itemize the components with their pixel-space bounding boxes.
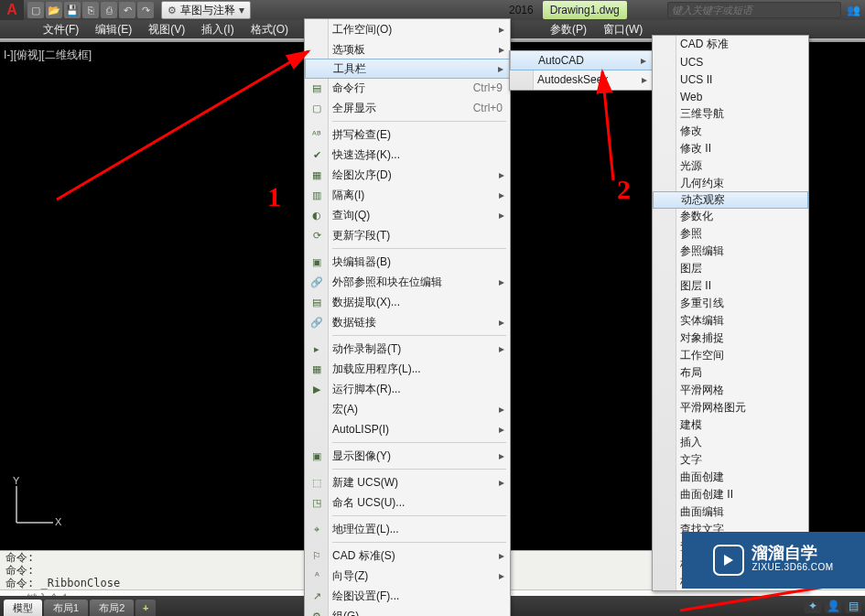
menu-item[interactable]: ▸动作录制器(T)▸ — [305, 339, 510, 359]
print-icon[interactable]: ⎙ — [101, 2, 117, 18]
ucs-axes-icon: X Y — [9, 477, 64, 532]
toolbar-list-item[interactable]: 插入 — [653, 434, 808, 451]
menu-item[interactable]: ▣块编辑器(B) — [305, 252, 510, 272]
toolbar-list-item[interactable]: 几何约束 — [653, 175, 808, 192]
menu-item[interactable]: 宏(A)▸ — [305, 399, 510, 419]
menu-item[interactable]: AutoLISP(I)▸ — [305, 419, 510, 439]
toolbar-list-item[interactable]: 曲面创建 — [653, 469, 808, 486]
menu-item[interactable]: ▶运行脚本(R)... — [305, 379, 510, 399]
menu-item[interactable]: ▦绘图次序(D)▸ — [305, 165, 510, 185]
menu-item[interactable]: AutodeskSeek▸ — [510, 70, 653, 90]
tab-layout2[interactable]: 布局2 — [90, 600, 134, 616]
toolbar-list-item[interactable]: 动态观察 — [653, 191, 808, 209]
toolbar-list-item[interactable]: UCS II — [653, 70, 808, 88]
status-person-icon[interactable]: 👤 — [825, 599, 841, 613]
view-label[interactable]: I-][俯视][二维线框] — [4, 48, 92, 63]
toolbar-list-item[interactable]: 曲面创建 II — [653, 486, 808, 503]
menu-item[interactable]: ᴬ向导(Z)▸ — [305, 566, 510, 586]
menu-item-label: 运行脚本(R)... — [332, 382, 503, 397]
menu-item-icon: ⌖ — [309, 522, 324, 536]
menu-item[interactable]: 工作空间(O)▸ — [305, 19, 510, 39]
workspace-dropdown[interactable]: ⚙ 草图与注释 ▾ — [161, 1, 251, 19]
menu-item[interactable]: ⚐CAD 标准(S)▸ — [305, 546, 510, 566]
toolbar-list-item[interactable]: 光源 — [653, 157, 808, 175]
menu-item-label: 绘图设置(F)... — [332, 589, 503, 604]
toolbar-list-item[interactable]: 平滑网格图元 — [653, 399, 808, 416]
app-logo-icon[interactable]: A — [0, 0, 24, 20]
menu-item[interactable]: ⚙组(G) — [305, 606, 510, 616]
menu-item[interactable]: ◳命名 UCS(U)... — [305, 492, 510, 513]
toolbar-list-item[interactable]: 修改 — [653, 123, 808, 140]
search-input[interactable] — [667, 2, 841, 18]
menu-item-icon: ᴬ — [309, 568, 324, 583]
menu-item[interactable]: 选项板▸ — [305, 39, 510, 59]
menu-view[interactable]: 视图(V) — [140, 20, 193, 38]
menu-params[interactable]: 参数(P) — [542, 20, 595, 38]
menu-item[interactable]: ◐查询(Q)▸ — [305, 205, 510, 225]
menu-item-label: CAD 标准(S) — [332, 548, 503, 564]
menu-item[interactable]: ↗绘图设置(F)... — [305, 586, 510, 606]
menu-item-icon: ▤ — [309, 81, 324, 95]
menu-item-label: AutoCAD — [538, 54, 644, 67]
menu-item[interactable]: ▣显示图像(Y)▸ — [305, 446, 510, 466]
tab-layout1[interactable]: 布局1 — [44, 600, 88, 616]
toolbar-list-item[interactable]: 修改 II — [653, 140, 808, 157]
toolbar-list-item[interactable]: CAD 标准 — [653, 36, 808, 53]
infocenter-icon[interactable]: 👥 — [843, 0, 863, 20]
menu-item[interactable]: 工具栏▸ — [305, 59, 510, 79]
toolbar-list-item[interactable]: 实体编辑 — [653, 312, 808, 330]
menu-window[interactable]: 窗口(W) — [595, 20, 651, 38]
toolbar-list-item[interactable]: 对象捕捉 — [653, 330, 808, 347]
toolbar-list-item[interactable]: Web — [653, 88, 808, 105]
menu-item[interactable]: ▢全屏显示Ctrl+0 — [305, 98, 510, 118]
toolbar-list-item[interactable]: 参照编辑 — [653, 243, 808, 260]
toolbar-list-item[interactable]: 图层 II — [653, 277, 808, 295]
menu-item[interactable]: ⬚新建 UCS(W)▸ — [305, 472, 510, 492]
toolbar-list-item[interactable]: 平滑网格 — [653, 382, 808, 399]
menu-file[interactable]: 文件(F) — [35, 20, 87, 38]
menu-item-label: 地理位置(L)... — [332, 522, 503, 537]
redo-icon[interactable]: ↷ — [137, 2, 154, 18]
toolbar-list-item[interactable]: 布局 — [653, 364, 808, 382]
search-field[interactable] — [667, 0, 841, 20]
menu-item[interactable]: 🔗数据链接▸ — [305, 312, 510, 332]
toolbar-list-item[interactable]: 图层 — [653, 260, 808, 277]
tab-add[interactable]: + — [135, 600, 156, 616]
toolbar-list-item[interactable]: 文字 — [653, 451, 808, 469]
undo-icon[interactable]: ↶ — [119, 2, 135, 18]
menu-item[interactable]: ▦加载应用程序(L)... — [305, 359, 510, 379]
menu-item[interactable]: ▥隔离(I)▸ — [305, 185, 510, 205]
toolbar-list-item[interactable]: 多重引线 — [653, 295, 808, 312]
toolbar-list-item[interactable]: UCS — [653, 53, 808, 70]
toolbar-list-item[interactable]: 曲面编辑 — [653, 503, 808, 521]
menu-item-label: 块编辑器(B) — [332, 254, 503, 270]
menu-edit[interactable]: 编辑(E) — [87, 20, 140, 38]
menu-format[interactable]: 格式(O) — [243, 20, 297, 38]
save-icon[interactable]: 💾 — [64, 2, 81, 18]
status-annotation-icon[interactable]: ▤ — [845, 599, 861, 613]
menu-item[interactable]: ⟳更新字段(T) — [305, 225, 510, 245]
menu-item[interactable]: ⌖地理位置(L)... — [305, 519, 510, 539]
status-icon[interactable]: ✦ — [805, 599, 821, 613]
saveas-icon[interactable]: ⎘ — [82, 2, 99, 18]
menu-item[interactable]: ✔快速选择(K)... — [305, 145, 510, 165]
menu-item[interactable]: ▤命令行Ctrl+9 — [305, 78, 510, 98]
menu-insert[interactable]: 插入(I) — [193, 20, 242, 38]
menu-item[interactable]: 🔗外部参照和块在位编辑▸ — [305, 272, 510, 292]
menu-item-icon: ⚐ — [309, 548, 324, 563]
toolbar-list-item[interactable]: 参数化 — [653, 208, 808, 225]
toolbar-list-item[interactable]: 工作空间 — [653, 347, 808, 364]
menu-item[interactable]: AutoCAD▸ — [510, 50, 653, 70]
menu-item-icon: ▥ — [309, 188, 324, 202]
menu-item-icon: ◳ — [309, 495, 324, 510]
toolbar-list-item[interactable]: 参照 — [653, 225, 808, 243]
menu-item[interactable]: ᴬᴮ拼写检查(E) — [305, 124, 510, 145]
tab-model[interactable]: 模型 — [4, 600, 42, 616]
menu-item-icon: ▦ — [309, 362, 324, 376]
toolbar-list-item[interactable]: 建模 — [653, 416, 808, 434]
new-icon[interactable]: ▢ — [27, 2, 44, 18]
menu-item[interactable]: ▤数据提取(X)... — [305, 292, 510, 312]
menu-item-label: 动作录制器(T) — [332, 341, 503, 357]
open-icon[interactable]: 📂 — [46, 2, 62, 18]
toolbar-list-item[interactable]: 三维导航 — [653, 105, 808, 123]
